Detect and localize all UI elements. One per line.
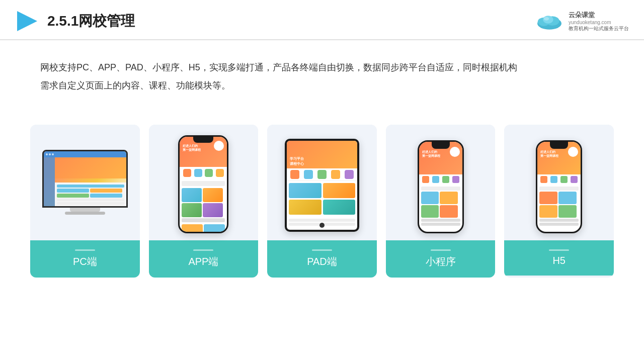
pad-tablet-icon: 学习平台课程中心 xyxy=(285,139,359,232)
page-title: 2.5.1网校管理 xyxy=(47,12,135,31)
card-h5: 赶进人们的第一堂网课程 xyxy=(504,125,614,278)
miniprogram-phone-icon: 赶进人们的第一堂网课程 xyxy=(418,140,464,233)
app-image-area: 赶进人们的第一堂网课程 xyxy=(149,125,259,240)
pad-image-area: 学习平台课程中心 xyxy=(267,125,377,240)
svg-point-5 xyxy=(544,17,549,21)
svg-marker-0 xyxy=(17,11,37,31)
h5-image-area: 赶进人们的第一堂网课程 xyxy=(504,125,614,240)
cloud-logo-icon xyxy=(534,11,565,31)
card-pad-label: PAD端 xyxy=(267,240,377,278)
description-text: 网校支持PC、APP、PAD、小程序、H5，实现多端打通，产品各终端自由切换，数… xyxy=(40,62,517,90)
card-pc-label: PC端 xyxy=(30,240,140,278)
logo-name: 云朵课堂 xyxy=(569,11,595,20)
pc-image-area xyxy=(30,125,140,240)
app-phone-icon: 赶进人们的第一堂网课程 xyxy=(178,135,228,233)
cards-section: PC端 赶进人们的第一堂网课程 xyxy=(0,110,644,278)
card-app-label: APP端 xyxy=(149,240,259,278)
pc-monitor-icon xyxy=(42,150,128,220)
card-miniprogram-label: 小程序 xyxy=(386,240,496,278)
logo-area: 云朵课堂 yunduoketang.com 教育机构一站式服务云平台 xyxy=(534,11,629,32)
miniprogram-image-area: 赶进人们的第一堂网课程 xyxy=(386,125,496,240)
card-h5-label: H5 xyxy=(504,240,614,276)
logo-text: 云朵课堂 yunduoketang.com 教育机构一站式服务云平台 xyxy=(569,11,629,32)
card-miniprogram: 赶进人们的第一堂网课程 xyxy=(386,125,496,278)
page-header: 2.5.1网校管理 云朵课堂 yunduoketang.com 教育机构一站式服… xyxy=(0,0,644,40)
h5-phone-icon: 赶进人们的第一堂网课程 xyxy=(536,140,582,233)
play-icon xyxy=(15,9,39,33)
header-left: 2.5.1网校管理 xyxy=(15,9,135,33)
page-description: 网校支持PC、APP、PAD、小程序、H5，实现多端打通，产品各终端自由切换，数… xyxy=(0,40,644,105)
card-pad: 学习平台课程中心 xyxy=(267,125,377,278)
card-pc: PC端 xyxy=(30,125,140,278)
card-app: 赶进人们的第一堂网课程 xyxy=(149,125,259,278)
logo-url: yunduoketang.com xyxy=(569,20,611,25)
logo-slogan: 教育机构一站式服务云平台 xyxy=(569,25,629,32)
